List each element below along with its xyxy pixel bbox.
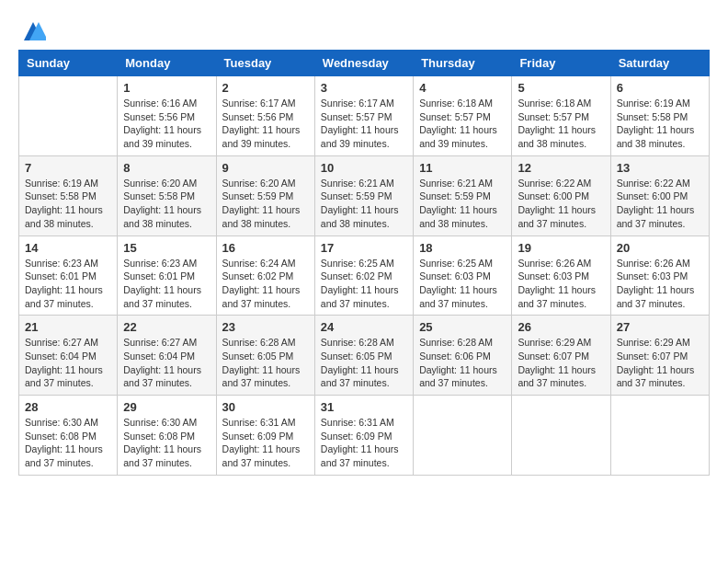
- day-info: Sunrise: 6:18 AM Sunset: 5:57 PM Dayligh…: [419, 97, 506, 151]
- calendar-cell: 3Sunrise: 6:17 AM Sunset: 5:57 PM Daylig…: [314, 76, 413, 156]
- calendar-header-monday: Monday: [118, 51, 216, 76]
- calendar-cell: 29Sunrise: 6:30 AM Sunset: 6:08 PM Dayli…: [118, 396, 216, 476]
- day-number: 20: [617, 241, 703, 255]
- day-number: 17: [321, 241, 407, 255]
- day-number: 24: [321, 320, 407, 334]
- day-info: Sunrise: 6:27 AM Sunset: 6:04 PM Dayligh…: [123, 336, 210, 390]
- day-info: Sunrise: 6:19 AM Sunset: 5:58 PM Dayligh…: [25, 177, 111, 231]
- day-info: Sunrise: 6:29 AM Sunset: 6:07 PM Dayligh…: [617, 336, 703, 390]
- day-number: 6: [617, 81, 703, 95]
- calendar-cell: 1Sunrise: 6:16 AM Sunset: 5:56 PM Daylig…: [118, 76, 216, 156]
- day-info: Sunrise: 6:25 AM Sunset: 6:02 PM Dayligh…: [321, 257, 407, 311]
- calendar-cell: 4Sunrise: 6:18 AM Sunset: 5:57 PM Daylig…: [414, 76, 512, 156]
- day-number: 9: [222, 161, 309, 175]
- calendar-week-row: 7Sunrise: 6:19 AM Sunset: 5:58 PM Daylig…: [19, 155, 710, 236]
- calendar-table: SundayMondayTuesdayWednesdayThursdayFrid…: [18, 50, 710, 476]
- day-info: Sunrise: 6:28 AM Sunset: 6:05 PM Dayligh…: [321, 336, 407, 390]
- day-info: Sunrise: 6:24 AM Sunset: 6:02 PM Dayligh…: [222, 257, 309, 311]
- calendar-header-row: SundayMondayTuesdayWednesdayThursdayFrid…: [19, 51, 710, 76]
- day-number: 23: [222, 320, 309, 334]
- day-number: 14: [25, 241, 111, 255]
- day-number: 30: [222, 400, 309, 414]
- calendar-cell: 25Sunrise: 6:28 AM Sunset: 6:06 PM Dayli…: [414, 316, 512, 396]
- day-info: Sunrise: 6:27 AM Sunset: 6:04 PM Dayligh…: [25, 336, 111, 390]
- day-number: 29: [123, 400, 210, 414]
- logo-icon: [20, 18, 46, 44]
- calendar-cell: 9Sunrise: 6:20 AM Sunset: 5:59 PM Daylig…: [216, 155, 314, 236]
- calendar-cell: 7Sunrise: 6:19 AM Sunset: 5:58 PM Daylig…: [19, 155, 118, 236]
- logo: [18, 18, 46, 44]
- day-info: Sunrise: 6:17 AM Sunset: 5:56 PM Dayligh…: [222, 97, 309, 151]
- calendar-cell: 5Sunrise: 6:18 AM Sunset: 5:57 PM Daylig…: [512, 76, 610, 156]
- day-info: Sunrise: 6:23 AM Sunset: 6:01 PM Dayligh…: [25, 257, 111, 311]
- calendar-week-row: 28Sunrise: 6:30 AM Sunset: 6:08 PM Dayli…: [19, 396, 710, 476]
- calendar-cell: 23Sunrise: 6:28 AM Sunset: 6:05 PM Dayli…: [216, 316, 314, 396]
- calendar-cell: 27Sunrise: 6:29 AM Sunset: 6:07 PM Dayli…: [610, 316, 709, 396]
- day-info: Sunrise: 6:28 AM Sunset: 6:06 PM Dayligh…: [419, 336, 506, 390]
- day-info: Sunrise: 6:22 AM Sunset: 6:00 PM Dayligh…: [617, 177, 703, 231]
- day-info: Sunrise: 6:25 AM Sunset: 6:03 PM Dayligh…: [419, 257, 506, 311]
- calendar-cell: 18Sunrise: 6:25 AM Sunset: 6:03 PM Dayli…: [414, 236, 512, 316]
- day-number: 15: [123, 241, 210, 255]
- calendar-week-row: 21Sunrise: 6:27 AM Sunset: 6:04 PM Dayli…: [19, 316, 710, 396]
- day-info: Sunrise: 6:30 AM Sunset: 6:08 PM Dayligh…: [123, 416, 210, 470]
- day-number: 3: [321, 81, 407, 95]
- calendar-cell: 12Sunrise: 6:22 AM Sunset: 6:00 PM Dayli…: [512, 155, 610, 236]
- calendar-cell: 22Sunrise: 6:27 AM Sunset: 6:04 PM Dayli…: [118, 316, 216, 396]
- calendar-cell: 20Sunrise: 6:26 AM Sunset: 6:03 PM Dayli…: [610, 236, 709, 316]
- day-number: 11: [419, 161, 506, 175]
- day-info: Sunrise: 6:28 AM Sunset: 6:05 PM Dayligh…: [222, 336, 309, 390]
- day-info: Sunrise: 6:20 AM Sunset: 5:59 PM Dayligh…: [222, 177, 309, 231]
- day-info: Sunrise: 6:29 AM Sunset: 6:07 PM Dayligh…: [518, 336, 604, 390]
- day-info: Sunrise: 6:18 AM Sunset: 5:57 PM Dayligh…: [518, 97, 604, 151]
- calendar-header-saturday: Saturday: [610, 51, 709, 76]
- day-number: 16: [222, 241, 309, 255]
- day-info: Sunrise: 6:21 AM Sunset: 5:59 PM Dayligh…: [419, 177, 506, 231]
- day-info: Sunrise: 6:26 AM Sunset: 6:03 PM Dayligh…: [617, 257, 703, 311]
- calendar-cell: 8Sunrise: 6:20 AM Sunset: 5:58 PM Daylig…: [118, 155, 216, 236]
- calendar-cell: 17Sunrise: 6:25 AM Sunset: 6:02 PM Dayli…: [314, 236, 413, 316]
- day-info: Sunrise: 6:26 AM Sunset: 6:03 PM Dayligh…: [518, 257, 604, 311]
- day-info: Sunrise: 6:22 AM Sunset: 6:00 PM Dayligh…: [518, 177, 604, 231]
- day-info: Sunrise: 6:31 AM Sunset: 6:09 PM Dayligh…: [222, 416, 309, 470]
- day-number: 10: [321, 161, 407, 175]
- calendar-cell: 30Sunrise: 6:31 AM Sunset: 6:09 PM Dayli…: [216, 396, 314, 476]
- day-number: 28: [25, 400, 111, 414]
- day-number: 22: [123, 320, 210, 334]
- calendar-week-row: 14Sunrise: 6:23 AM Sunset: 6:01 PM Dayli…: [19, 236, 710, 316]
- calendar-week-row: 1Sunrise: 6:16 AM Sunset: 5:56 PM Daylig…: [19, 76, 710, 156]
- calendar-cell: 6Sunrise: 6:19 AM Sunset: 5:58 PM Daylig…: [610, 76, 709, 156]
- day-number: 8: [123, 161, 210, 175]
- day-number: 13: [617, 161, 703, 175]
- calendar-cell: [414, 396, 512, 476]
- calendar-cell: 2Sunrise: 6:17 AM Sunset: 5:56 PM Daylig…: [216, 76, 314, 156]
- day-info: Sunrise: 6:23 AM Sunset: 6:01 PM Dayligh…: [123, 257, 210, 311]
- calendar-cell: 31Sunrise: 6:31 AM Sunset: 6:09 PM Dayli…: [314, 396, 413, 476]
- day-info: Sunrise: 6:16 AM Sunset: 5:56 PM Dayligh…: [123, 97, 210, 151]
- calendar-cell: 10Sunrise: 6:21 AM Sunset: 5:59 PM Dayli…: [314, 155, 413, 236]
- day-number: 19: [518, 241, 604, 255]
- day-number: 27: [617, 320, 703, 334]
- calendar-cell: 28Sunrise: 6:30 AM Sunset: 6:08 PM Dayli…: [19, 396, 118, 476]
- day-info: Sunrise: 6:20 AM Sunset: 5:58 PM Dayligh…: [123, 177, 210, 231]
- day-number: 5: [518, 81, 604, 95]
- day-info: Sunrise: 6:21 AM Sunset: 5:59 PM Dayligh…: [321, 177, 407, 231]
- calendar-cell: 16Sunrise: 6:24 AM Sunset: 6:02 PM Dayli…: [216, 236, 314, 316]
- day-info: Sunrise: 6:31 AM Sunset: 6:09 PM Dayligh…: [321, 416, 407, 470]
- day-number: 7: [25, 161, 111, 175]
- calendar-cell: [19, 76, 118, 156]
- day-number: 1: [123, 81, 210, 95]
- calendar-cell: 14Sunrise: 6:23 AM Sunset: 6:01 PM Dayli…: [19, 236, 118, 316]
- day-number: 2: [222, 81, 309, 95]
- day-info: Sunrise: 6:30 AM Sunset: 6:08 PM Dayligh…: [25, 416, 111, 470]
- calendar-header-tuesday: Tuesday: [216, 51, 314, 76]
- day-number: 12: [518, 161, 604, 175]
- calendar-cell: 13Sunrise: 6:22 AM Sunset: 6:00 PM Dayli…: [610, 155, 709, 236]
- calendar-cell: 21Sunrise: 6:27 AM Sunset: 6:04 PM Dayli…: [19, 316, 118, 396]
- day-number: 26: [518, 320, 604, 334]
- calendar-cell: 24Sunrise: 6:28 AM Sunset: 6:05 PM Dayli…: [314, 316, 413, 396]
- calendar-cell: 11Sunrise: 6:21 AM Sunset: 5:59 PM Dayli…: [414, 155, 512, 236]
- calendar-cell: [512, 396, 610, 476]
- calendar-header-sunday: Sunday: [19, 51, 118, 76]
- day-number: 31: [321, 400, 407, 414]
